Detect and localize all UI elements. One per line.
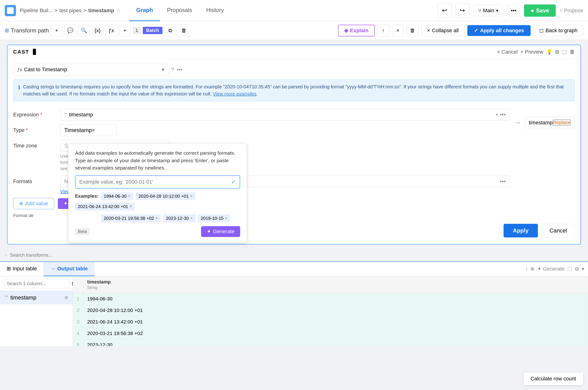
output-value: timestamp	[529, 120, 552, 126]
expression-selector[interactable]: "" timestamp ▾ •••	[60, 109, 510, 121]
table-tabs: ⊞ Input table → Output table / ⊕ ✦ Gener…	[0, 262, 588, 276]
plus-icon: ⊕	[19, 200, 23, 207]
fx-button[interactable]: {x}	[92, 25, 104, 36]
save-icon: ●	[531, 7, 534, 14]
trash-cast-button[interactable]: 🗑	[570, 49, 575, 55]
cell-value: 2020-04-28 10:12:00 +01	[83, 304, 588, 316]
trash-button[interactable]: 🗑	[178, 25, 190, 36]
breadcrumb-sep2: >	[83, 7, 86, 14]
table-icon: ⊞	[6, 266, 11, 272]
save-button[interactable]: ● Save	[524, 4, 556, 17]
check-icon[interactable]: ✓	[227, 176, 240, 188]
collapse-all-button[interactable]: × Collapse all	[421, 25, 465, 36]
chevron-down-icon[interactable]: ▾	[582, 266, 584, 272]
cell-value: 2021-06-24 13:42:00 +01	[83, 316, 588, 328]
chip-value: 2023-12-30	[166, 216, 189, 221]
table-row[interactable]: 32021-06-24 13:42:00 +01	[73, 316, 588, 328]
example-chip-3: 2020-03-21 19:56:38 +02 ×	[101, 214, 161, 222]
more-options-button[interactable]: •••	[177, 66, 182, 73]
generate-input[interactable]	[75, 176, 227, 188]
propose-button[interactable]: ⑂ Propose	[560, 7, 583, 14]
close-step-button[interactable]: ×	[392, 25, 404, 36]
undo-button[interactable]: ↩	[437, 3, 452, 18]
tab-graph[interactable]: Graph	[129, 0, 160, 21]
table-row[interactable]: 22020-04-28 10:12:00 +01	[73, 304, 588, 316]
apply-button[interactable]: Apply	[504, 224, 538, 238]
generate-table-button[interactable]: ✦ Generate	[537, 266, 564, 272]
table-row[interactable]: 11994-06-30	[73, 293, 588, 304]
star-icon[interactable]: ☆	[116, 7, 121, 14]
help-button[interactable]: ?	[171, 66, 174, 73]
generate-footer-button[interactable]: ✦ Generate	[201, 226, 240, 237]
chip-remove-icon[interactable]: ×	[156, 216, 158, 221]
main-label: Main	[483, 7, 494, 14]
row-number: 3	[73, 316, 83, 328]
apply-all-changes-button[interactable]: ✓ Apply all changes	[467, 25, 531, 36]
tab-proposals[interactable]: Proposals	[160, 0, 199, 21]
chip-remove-icon[interactable]: ×	[130, 204, 132, 209]
type-control: Timestamp ▾	[60, 124, 510, 136]
table-main: timestamp String 11994-06-3022020-04-28 …	[73, 276, 588, 346]
row-num-header	[73, 276, 83, 293]
add-value-button[interactable]: ⊕ Add value	[13, 198, 54, 209]
preview-button[interactable]: + Preview	[521, 49, 543, 55]
fn-button[interactable]: ƒx	[105, 25, 117, 36]
search-column-input[interactable]	[4, 279, 69, 289]
copy-table-button[interactable]: ⧉	[575, 266, 579, 272]
chip-remove-icon[interactable]: ×	[190, 216, 193, 221]
view-more-examples-link[interactable]: View more examples	[213, 91, 256, 97]
search-transforms-input[interactable]	[10, 252, 583, 258]
table-header: timestamp String	[73, 276, 588, 293]
replace-button[interactable]: Replace	[553, 119, 571, 126]
redo-button[interactable]: ↪	[455, 3, 470, 18]
add-transform-button[interactable]: +	[51, 25, 62, 36]
explain-button[interactable]: ◆ Explain	[338, 25, 374, 36]
cancel-cast-button[interactable]: × Cancel	[497, 49, 517, 55]
tab-input-table[interactable]: ⊞ Input table	[0, 262, 44, 276]
copy-button[interactable]: ⧉	[164, 25, 176, 36]
plus2-button[interactable]: +	[119, 25, 131, 36]
expression-label: Expression *	[13, 109, 55, 118]
cell-value: 1994-06-30	[83, 293, 588, 304]
add-col-button[interactable]: ⊕	[530, 266, 534, 272]
cancel-button[interactable]: Cancel	[542, 224, 575, 238]
info-text: Casting strings to timestamp requires yo…	[23, 83, 570, 97]
tab-output-table[interactable]: → Output table	[44, 262, 95, 276]
formats-more-icon[interactable]: •••	[496, 176, 509, 187]
table-row[interactable]: 42020-03-21 19:56:38 +02	[73, 328, 588, 339]
table-row[interactable]: 52023-12-30	[73, 339, 588, 346]
generate-input-row: ✓	[75, 175, 240, 189]
batch-label: Batch	[143, 27, 162, 34]
chip-value: 2019-10-15	[201, 216, 223, 221]
breadcrumb-pipeline[interactable]: Pipeline Buil...	[20, 7, 53, 14]
table-actions: / ⊕ ✦ Generate ⬚ ⧉ ▾	[522, 262, 588, 276]
move-up-button[interactable]: ↑	[377, 25, 389, 36]
window-icon[interactable]: ⬚	[562, 49, 567, 55]
bulb-icon[interactable]: 💡	[546, 49, 552, 55]
sparkle-icon: ✦	[63, 200, 68, 207]
column-row[interactable]: "" timestamp ≡	[0, 291, 73, 304]
chip-remove-icon[interactable]: ×	[190, 194, 193, 199]
expand-button[interactable]: ⬚	[567, 266, 572, 272]
function-selector[interactable]: ƒx Cast to Timestamp ▾	[13, 64, 168, 75]
info-box: ℹ Casting strings to timestamp requires …	[13, 79, 575, 101]
tab-history[interactable]: History	[199, 0, 231, 21]
chip-remove-icon[interactable]: ×	[225, 216, 227, 221]
chevron-down-icon: ▾	[496, 112, 498, 117]
main-branch-button[interactable]: ⑂ Main ▾	[473, 5, 503, 16]
explain-icon: ◆	[344, 28, 348, 34]
delete-step-button[interactable]: 🗑	[407, 25, 419, 36]
more-options-button[interactable]: •••	[507, 5, 520, 16]
required-star: *	[40, 112, 42, 118]
sort-icon[interactable]: ≡	[65, 294, 68, 301]
type-row: Type * Timestamp ▾	[13, 124, 510, 136]
calculate-row-count-button[interactable]: Calculate row count	[523, 372, 583, 385]
chip-remove-icon[interactable]: ×	[128, 194, 131, 199]
copy-cast-button[interactable]: ⧉	[555, 49, 559, 55]
type-selector[interactable]: Timestamp ▾	[60, 124, 117, 136]
search-button[interactable]: 🔍	[78, 25, 90, 36]
back-to-graph-button[interactable]: ◻ Back to graph	[534, 25, 583, 36]
breadcrumb-pipes[interactable]: test pipes	[59, 7, 81, 14]
more-icon[interactable]: •••	[500, 111, 506, 118]
comment-button[interactable]: 💬	[64, 25, 76, 36]
